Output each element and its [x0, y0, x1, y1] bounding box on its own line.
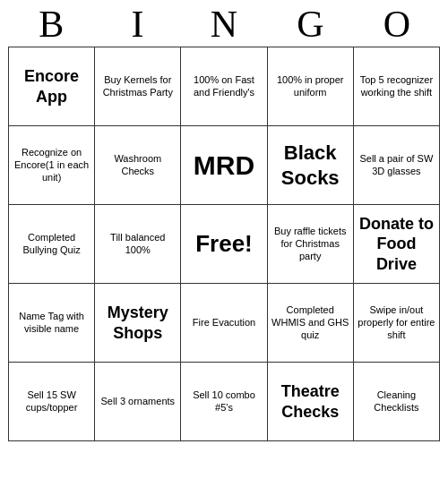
header-letter: I [94, 4, 180, 45]
bingo-cell-r4c5: Swipe in/out properly for entire shift [354, 284, 440, 363]
bingo-cell-r4c3: Fire Evacution [181, 284, 267, 363]
bingo-cell-r1c5: Top 5 recognizer working the shift [354, 47, 440, 126]
bingo-cell-r4c2: Mystery Shops [95, 284, 181, 363]
bingo-cell-r5c3: Sell 10 combo #5's [181, 363, 267, 441]
bingo-cell-r2c1: Recognize on Encore(1 in each unit) [9, 126, 95, 205]
bingo-cell-r4c1: Name Tag with visible name [9, 284, 95, 363]
bingo-cell-r1c3: 100% on Fast and Friendly's [181, 47, 267, 126]
bingo-cell-r5c5: Cleaning Checklists [354, 363, 440, 441]
bingo-cell-r5c2: Sell 3 ornaments [95, 363, 181, 441]
header-letter: B [8, 4, 94, 45]
bingo-cell-r3c1: Completed Bullying Quiz [9, 205, 95, 284]
bingo-cell-r2c3: MRD [181, 126, 267, 205]
bingo-cell-r1c1: Encore App [9, 47, 95, 126]
bingo-cell-r1c4: 100% in proper uniform [268, 47, 354, 126]
bingo-cell-r1c2: Buy Kernels for Christmas Party [95, 47, 181, 126]
bingo-card: BINGO Encore AppBuy Kernels for Christma… [4, 0, 444, 445]
bingo-grid: Encore AppBuy Kernels for Christmas Part… [8, 47, 440, 441]
bingo-cell-r5c4: Theatre Checks [268, 363, 354, 441]
bingo-cell-r4c4: Completed WHMIS and GHS quiz [268, 284, 354, 363]
bingo-header: BINGO [8, 4, 440, 45]
bingo-cell-r2c2: Washroom Checks [95, 126, 181, 205]
header-letter: O [354, 4, 440, 45]
header-letter: N [181, 4, 267, 45]
bingo-cell-r3c3: Free! [181, 205, 267, 284]
bingo-cell-r2c4: Black Socks [268, 126, 354, 205]
bingo-cell-r2c5: Sell a pair of SW 3D glasses [354, 126, 440, 205]
bingo-cell-r5c1: Sell 15 SW cups/topper [9, 363, 95, 441]
bingo-cell-r3c5: Donate to Food Drive [354, 205, 440, 284]
bingo-cell-r3c2: Till balanced 100% [95, 205, 181, 284]
header-letter: G [267, 4, 353, 45]
bingo-cell-r3c4: Buy raffle tickets for Christmas party [268, 205, 354, 284]
